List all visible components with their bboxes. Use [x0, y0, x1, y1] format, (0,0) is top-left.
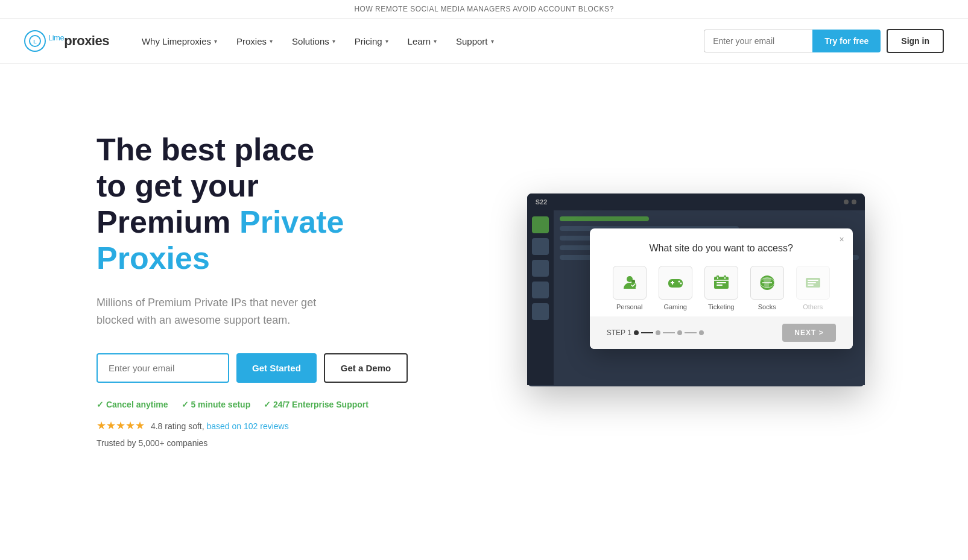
sidebar-item-mock [532, 282, 549, 298]
trust-item-1: ✓ Cancel anytime [96, 400, 168, 409]
chevron-down-icon: ▾ [434, 38, 437, 45]
step-dot-2 [656, 330, 660, 335]
nav-item-why[interactable]: Why Limeproxies ▾ [133, 31, 226, 51]
svg-rect-8 [672, 281, 673, 285]
sidebar-item-mock [532, 260, 549, 277]
svg-rect-23 [808, 280, 818, 281]
trust-item-3: ✓ 24/7 Enterprise Support [264, 400, 369, 409]
modal-footer: STEP 1 NEXT > [590, 316, 853, 349]
try-free-button[interactable]: Try for free [812, 30, 881, 52]
modal-title: What site do you want to access? [607, 243, 836, 254]
sidebar-item-mock [532, 216, 549, 233]
step-line-3 [685, 332, 697, 333]
nav-item-support[interactable]: Support ▾ [448, 31, 502, 51]
svg-rect-24 [808, 282, 816, 283]
rating-text: 4.8 rating soft, [151, 421, 204, 431]
step-label: STEP 1 [607, 329, 631, 337]
hero-cta: Get Started Get a Demo [96, 353, 460, 383]
personal-label: Personal [616, 303, 642, 310]
mockup-body: × What site do you want to access? [527, 210, 865, 385]
others-icon-box [796, 266, 830, 300]
modal-icon-others[interactable]: Others [792, 266, 834, 310]
personal-icon-box [613, 266, 647, 300]
logo-prefix: Lime [48, 33, 64, 42]
gaming-icon-box [659, 266, 692, 300]
rating-link[interactable]: based on 102 reviews [207, 421, 289, 431]
logo-text: Limeproxies [48, 33, 109, 49]
modal-icons-row: Personal [607, 266, 836, 310]
step-line-2 [663, 332, 675, 333]
mockup-topbar: S22 [527, 193, 865, 210]
logo[interactable]: L Limeproxies [24, 30, 109, 52]
next-button[interactable]: NEXT > [782, 324, 835, 342]
nav-item-pricing[interactable]: Pricing ▾ [346, 31, 397, 51]
modal-icon-ticketing[interactable]: Ticketing [700, 266, 742, 310]
mock-line [560, 216, 650, 221]
ticketing-icon-box [704, 266, 738, 300]
chevron-down-icon: ▾ [491, 38, 494, 45]
step-indicator: STEP 1 [607, 329, 704, 337]
get-demo-button[interactable]: Get a Demo [324, 353, 408, 383]
chevron-down-icon: ▾ [332, 38, 335, 45]
mockup-title: S22 [536, 198, 548, 206]
trust-item-2: ✓ 5 minute setup [182, 400, 251, 409]
top-banner: HOW REMOTE SOCIAL MEDIA MANAGERS AVOID A… [0, 0, 968, 19]
hero-left: The best place to get your Premium Priva… [96, 132, 496, 448]
modal-close-button[interactable]: × [840, 234, 844, 244]
step-line-1 [641, 332, 653, 333]
socks-icon-box [750, 266, 784, 300]
svg-rect-25 [808, 285, 814, 286]
sign-in-button[interactable]: Sign in [887, 29, 944, 53]
modal-icon-gaming[interactable]: Gaming [654, 266, 697, 310]
chevron-down-icon: ▾ [385, 38, 388, 45]
rating-row: ★★★★★ 4.8 rating soft, based on 102 revi… [96, 419, 460, 432]
gaming-label: Gaming [663, 303, 687, 310]
nav-item-proxies[interactable]: Proxies ▾ [228, 31, 281, 51]
modal-icon-socks[interactable]: Socks [746, 266, 788, 310]
mockup-dot [844, 200, 849, 204]
sidebar-item-mock [532, 238, 549, 255]
modal-icon-personal[interactable]: Personal [609, 266, 651, 310]
others-label: Others [803, 303, 823, 310]
hero-section: The best place to get your Premium Priva… [0, 64, 968, 516]
hero-right: S22 [496, 193, 896, 386]
mockup-sidebar [527, 210, 554, 385]
dashboard-mockup: S22 [527, 193, 865, 386]
nav-item-solutions[interactable]: Solutions ▾ [283, 31, 344, 51]
site-selection-modal: × What site do you want to access? [590, 228, 853, 349]
hero-subtext: Millions of Premium Private IPs that nev… [96, 294, 350, 329]
nav-actions: Try for free Sign in [704, 29, 944, 53]
navbar: L Limeproxies Why Limeproxies ▾ Proxies … [0, 19, 968, 64]
svg-rect-14 [717, 285, 723, 286]
chevron-down-icon: ▾ [270, 38, 273, 45]
get-started-button[interactable]: Get Started [236, 353, 317, 383]
nav-email-group: Try for free [704, 30, 881, 52]
stars-icon: ★★★★★ [96, 420, 145, 432]
nav-item-learn[interactable]: Learn ▾ [399, 31, 445, 51]
mockup-dot [852, 200, 856, 204]
svg-text:L: L [33, 39, 37, 45]
nav-email-input[interactable] [704, 30, 812, 52]
chevron-down-icon: ▾ [214, 38, 217, 45]
svg-point-10 [680, 283, 682, 285]
step-dot-1 [634, 330, 639, 335]
socks-label: Socks [758, 303, 776, 310]
ticketing-label: Ticketing [708, 303, 735, 310]
svg-rect-13 [717, 282, 726, 283]
banner-text: HOW REMOTE SOCIAL MEDIA MANAGERS AVOID A… [354, 5, 613, 13]
hero-heading: The best place to get your Premium Priva… [96, 132, 460, 276]
hero-email-input[interactable] [96, 353, 229, 383]
trusted-row: Trusted by 5,000+ companies [96, 438, 460, 448]
step-dot-3 [677, 330, 682, 335]
sidebar-item-mock [532, 303, 549, 320]
svg-point-9 [678, 281, 680, 283]
step-dot-4 [699, 330, 704, 335]
logo-icon: L [24, 30, 46, 52]
mockup-content: × What site do you want to access? [554, 210, 865, 385]
nav-links: Why Limeproxies ▾ Proxies ▾ Solutions ▾ … [133, 31, 704, 51]
trust-row: ✓ Cancel anytime ✓ 5 minute setup ✓ 24/7… [96, 400, 460, 409]
mockup-dots [844, 200, 856, 204]
